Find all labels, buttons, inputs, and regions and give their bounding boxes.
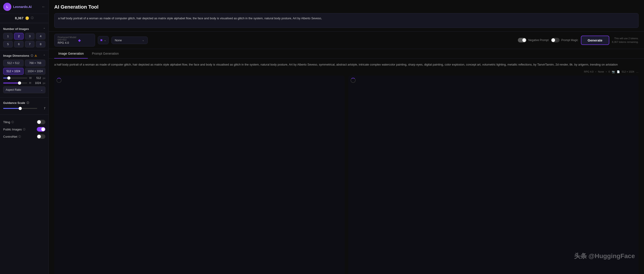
num-btn-5[interactable]: 5 — [3, 41, 13, 48]
loading-spinner-1 — [56, 78, 62, 83]
model-selector-info: Finetuned Model 640×832 RPG 4.0 — [58, 36, 76, 44]
logo-main: Leonardo — [13, 5, 28, 8]
image-dimensions-header: Image Dimensions ⓘ ⚠ ⌃ — [3, 54, 46, 58]
dim-btn-768x768[interactable]: 768 × 768 — [25, 60, 46, 66]
style-palette-icon: ■ — [100, 38, 102, 42]
guidance-scale-section: Guidance Scale ⓘ 7 — [0, 98, 48, 114]
number-grid: 1 2 3 4 5 6 7 8 — [3, 33, 46, 48]
controlnet-row: ControlNet ⓘ — [3, 133, 46, 140]
guidance-value: 7 — [39, 107, 46, 110]
tiling-toggle-track[interactable] — [37, 120, 46, 124]
image-card-1-inner — [54, 76, 345, 274]
height-slider[interactable] — [3, 82, 27, 84]
num-btn-6[interactable]: 6 — [14, 41, 24, 48]
num-btn-7[interactable]: 7 — [25, 41, 34, 48]
public-images-toggle[interactable] — [37, 127, 46, 132]
num-btn-4[interactable]: 4 — [36, 33, 46, 40]
style-chevron-icon: ⌄ — [104, 38, 106, 42]
num-btn-1[interactable]: 1 — [3, 33, 13, 40]
controlnet-label: ControlNet ⓘ — [3, 135, 21, 138]
num-btn-8[interactable]: 8 — [36, 41, 46, 48]
controlnet-toggle[interactable] — [37, 134, 46, 139]
tiling-toggle[interactable] — [37, 120, 46, 124]
guidance-info-icon[interactable]: ⓘ — [26, 101, 29, 104]
tiling-row: Tiling ⓘ — [3, 118, 46, 126]
public-images-info-icon[interactable]: ⓘ — [23, 128, 26, 131]
generation-area: a half body portrait of a woman as made … — [49, 59, 644, 274]
toolbar: Finetuned Model 640×832 RPG 4.0 ◆ ■ ⌄ No… — [49, 32, 644, 49]
negative-prompt-label: Negative Prompt — [528, 38, 548, 42]
height-label: H — [29, 82, 33, 84]
meta-image-icon: 📷 — [612, 70, 615, 73]
tokens-value: 8,367 — [15, 16, 24, 20]
num-btn-2[interactable]: 2 — [14, 33, 24, 40]
sidebar: L Leonardo.Ai ← 8,367 🪙 ⓘ Number of Imag… — [0, 0, 49, 274]
tab-image-generation[interactable]: Image Generation — [54, 49, 88, 58]
controlnet-info-icon[interactable]: ⓘ — [18, 135, 21, 138]
token-info: This will use 2 tokens. 8,367 tokens rem… — [612, 36, 638, 44]
preset-dropdown[interactable]: None ⌄ — [112, 36, 148, 44]
meta-more-icon[interactable]: … — [636, 70, 638, 73]
meta-size: 512 × 1024 — [622, 70, 634, 73]
back-icon[interactable]: ← — [42, 5, 46, 9]
height-value: 1024 — [34, 82, 41, 84]
tokens-coin-icon: 🪙 — [25, 16, 29, 20]
meta-dot-2: • — [606, 70, 607, 73]
meta-images: 0 — [608, 70, 610, 73]
width-slider[interactable] — [3, 78, 27, 78]
tiling-section: Tiling ⓘ Public Images ⓘ — [0, 116, 48, 142]
width-unit: px — [43, 77, 46, 80]
meta-size-icon: 📄 — [617, 70, 620, 73]
aspect-ratio-row[interactable]: Aspect Ratio ⌄ — [3, 86, 46, 93]
dimensions-chevron-icon[interactable]: ⌃ — [43, 54, 46, 58]
sidebar-header: L Leonardo.Ai ← — [0, 0, 48, 14]
negative-prompt-toggle-knob — [522, 38, 526, 42]
logo-text: Leonardo.Ai — [13, 5, 32, 8]
gen-meta: RPG 4.0 • None • 0 📷 📄 512 × 1024 … — [54, 70, 638, 73]
page-title: AI Generation Tool — [54, 4, 638, 10]
public-images-label: Public Images ⓘ — [3, 128, 26, 131]
negative-prompt-toggle-track[interactable] — [518, 38, 526, 42]
public-images-toggle-track[interactable] — [37, 127, 46, 132]
tab-prompt-generation[interactable]: Prompt Generation — [88, 49, 123, 58]
dimensions-warn-icon: ⚠ — [34, 54, 37, 58]
number-of-images-section: Number of Images ⌃ 1 2 3 4 5 6 7 8 — [0, 24, 48, 49]
guidance-scale-title: Guidance Scale ⓘ — [3, 101, 29, 104]
model-icon: ◆ — [78, 38, 81, 42]
model-selector[interactable]: Finetuned Model 640×832 RPG 4.0 ◆ — [54, 34, 95, 46]
public-images-toggle-knob — [41, 128, 45, 131]
dim-btn-512x512[interactable]: 512 × 512 — [3, 60, 24, 66]
logo-accent: .Ai — [28, 5, 32, 8]
tokens-info-icon[interactable]: ⓘ — [31, 16, 34, 20]
image-card-2: 3.58s — [348, 76, 639, 274]
number-chevron-icon[interactable]: ⌃ — [43, 28, 46, 30]
controlnet-toggle-track[interactable] — [37, 134, 46, 139]
main-header: AI Generation Tool a half body portrait … — [49, 0, 644, 32]
sidebar-logo: L Leonardo.Ai — [3, 3, 32, 11]
guidance-slider-row: 7 — [3, 107, 46, 110]
image-card-2-inner — [348, 76, 639, 274]
dim-btn-1024x1024[interactable]: 1024 × 1024 — [25, 68, 46, 74]
style-selector[interactable]: ■ ⌄ — [98, 36, 109, 44]
model-size: 640×832 — [58, 38, 66, 41]
prompt-magic-toggle-track[interactable] — [551, 38, 560, 42]
guidance-slider[interactable] — [3, 108, 37, 109]
prompt-input[interactable]: a half body portrait of a woman as made … — [54, 13, 638, 28]
num-btn-3[interactable]: 3 — [25, 33, 34, 40]
prompt-magic-toggle-item: Prompt Magic — [551, 38, 578, 42]
logo-avatar: L — [3, 3, 11, 11]
prompt-magic-label: Prompt Magic — [562, 38, 578, 42]
width-slider-row: W 512 px — [3, 76, 46, 80]
loading-spinner-2 — [350, 78, 356, 83]
token-cost: This will use 2 tokens. — [612, 36, 638, 40]
dim-btn-512x1024[interactable]: 512 × 1024 — [3, 68, 24, 74]
image-dimensions-title: Image Dimensions ⓘ ⚠ — [3, 54, 37, 58]
width-label: W — [29, 76, 33, 80]
number-of-images-title: Number of Images — [3, 27, 29, 30]
prompt-magic-toggle-knob — [552, 38, 555, 42]
tiling-info-icon[interactable]: ⓘ — [11, 120, 14, 124]
guidance-scale-header: Guidance Scale ⓘ — [3, 101, 46, 104]
dimensions-info-icon[interactable]: ⓘ — [31, 54, 33, 58]
generate-button[interactable]: Generate — [581, 36, 609, 45]
model-label: Finetuned Model — [58, 36, 76, 38]
